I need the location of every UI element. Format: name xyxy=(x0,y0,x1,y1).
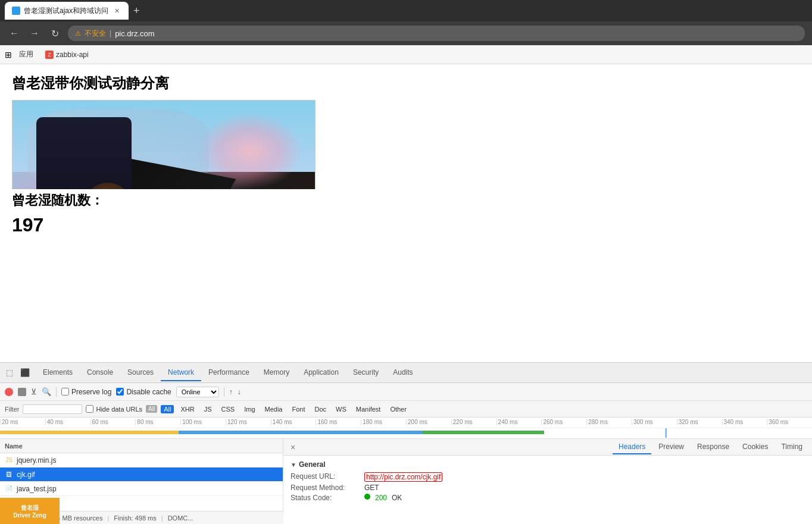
tab-title: 曾老湿测试ajax和跨域访问 xyxy=(24,6,108,16)
tick-60ms: 60 ms xyxy=(90,419,136,425)
new-tab-button[interactable]: + xyxy=(131,2,142,20)
preserve-log-label: Preserve log xyxy=(71,388,111,396)
details-tab-timing[interactable]: Timing xyxy=(775,440,808,454)
tab-application[interactable]: Application xyxy=(296,365,346,381)
filter-img[interactable]: Img xyxy=(241,405,258,413)
general-section-header[interactable]: ▼ General xyxy=(291,460,805,469)
tab-elements[interactable]: Elements xyxy=(36,365,80,381)
filter-icon[interactable]: ⊻ xyxy=(31,387,37,396)
back-button[interactable]: ← xyxy=(7,26,21,40)
file-list-header: Name xyxy=(0,439,283,453)
timeline-cursor-2 xyxy=(666,428,667,438)
record-button[interactable] xyxy=(5,388,13,396)
hide-data-urls-checkbox[interactable]: Hide data URLs xyxy=(86,405,142,413)
tab-memory[interactable]: Memory xyxy=(257,365,296,381)
refresh-button[interactable]: ↻ xyxy=(48,26,62,40)
tab-network[interactable]: Network xyxy=(161,365,201,381)
filter-xhr[interactable]: XHR xyxy=(177,405,197,413)
file-icon-java: 📄 xyxy=(5,485,13,493)
inspect-icon[interactable]: ⬚ xyxy=(4,367,15,379)
tick-320ms: 320 ms xyxy=(677,419,722,425)
timeline-bar-cjk xyxy=(179,431,422,434)
tab-bar: 🌐 曾老湿测试ajax和跨域访问 ✕ + xyxy=(5,2,807,20)
export-button[interactable]: ↓ xyxy=(238,388,241,396)
bookmark-apps[interactable]: 应用 xyxy=(14,47,38,62)
network-toolbar: ⊻ 🔍 Preserve log Disable cache Online Sl… xyxy=(0,383,812,401)
image-figure xyxy=(36,117,132,189)
general-section-label: General xyxy=(299,460,326,469)
apps-icon: ⊞ xyxy=(5,50,12,59)
request-method-value: GET xyxy=(364,484,379,492)
details-tab-headers[interactable]: Headers xyxy=(613,440,651,454)
request-url-label: Request URL: xyxy=(291,472,362,482)
bookmark-zabbix-label: zabbix-api xyxy=(56,51,89,59)
filter-css[interactable]: CSS xyxy=(218,405,238,413)
status-finish: Finish: 498 ms xyxy=(114,514,157,522)
tab-console[interactable]: Console xyxy=(80,365,120,381)
status-sep2: | xyxy=(107,514,109,522)
random-section: 曾老湿随机数： 197 xyxy=(0,189,812,239)
tick-120ms: 120 ms xyxy=(226,419,271,425)
filter-media[interactable]: Media xyxy=(262,405,286,413)
status-code-value: 200 xyxy=(375,494,387,502)
filter-other[interactable]: Other xyxy=(387,405,410,413)
security-icon: ⚠ xyxy=(75,30,81,37)
details-tab-preview[interactable]: Preview xyxy=(652,440,690,454)
details-panel: × Headers Preview Response Cookies Timin… xyxy=(283,439,812,524)
tick-260ms: 260 ms xyxy=(541,419,586,425)
devtools-panel: ⬚ ⬛ Elements Console Sources Network Per… xyxy=(0,362,812,524)
network-throttle-select[interactable]: Online Slow 3G Fast 3G Offline xyxy=(176,387,219,397)
active-tab[interactable]: 🌐 曾老湿测试ajax和跨域访问 ✕ xyxy=(5,2,129,20)
tick-80ms: 80 ms xyxy=(135,419,180,425)
status-ok-icon xyxy=(364,494,370,500)
import-button[interactable]: ↑ xyxy=(229,388,233,396)
details-close-button[interactable]: × xyxy=(287,441,299,453)
request-method-label: Request Method: xyxy=(291,484,362,492)
tick-160ms: 160 ms xyxy=(316,419,361,425)
preserve-log-input[interactable] xyxy=(61,388,69,396)
filter-doc[interactable]: Doc xyxy=(312,405,330,413)
tab-favicon: 🌐 xyxy=(12,7,20,15)
filter-manifest[interactable]: Manifest xyxy=(353,405,384,413)
bookmark-zabbix[interactable]: Z zabbix-api xyxy=(40,48,93,61)
tab-close-button[interactable]: ✕ xyxy=(112,6,121,15)
tick-100ms: 100 ms xyxy=(180,419,226,425)
details-tab-cookies[interactable]: Cookies xyxy=(736,440,774,454)
subtitle: 曾老湿随机数： xyxy=(12,192,800,209)
file-item-jquery[interactable]: JS jquery.min.js xyxy=(0,453,283,467)
details-tab-response[interactable]: Response xyxy=(691,440,735,454)
filter-input[interactable] xyxy=(23,404,82,414)
hide-data-urls-input[interactable] xyxy=(86,405,93,413)
forward-button[interactable]: → xyxy=(27,26,42,40)
filter-label-text: Filter xyxy=(5,406,19,413)
search-icon[interactable]: 🔍 xyxy=(42,387,51,396)
filter-all[interactable]: All xyxy=(161,405,174,413)
filter-font[interactable]: Font xyxy=(289,405,308,413)
url-separator: | xyxy=(110,29,111,37)
tick-40ms: 40 ms xyxy=(45,419,90,425)
tab-performance[interactable]: Performance xyxy=(201,365,257,381)
clear-button[interactable] xyxy=(18,388,26,396)
tick-20ms: 20 ms xyxy=(0,419,45,425)
disable-cache-checkbox[interactable]: Disable cache xyxy=(116,388,171,396)
device-icon[interactable]: ⬛ xyxy=(19,367,31,379)
preserve-log-checkbox[interactable]: Preserve log xyxy=(61,388,111,396)
file-item-cjk[interactable]: 🖼 cjk.gif xyxy=(0,467,283,482)
all-filter-badge: All xyxy=(146,405,157,413)
disable-cache-input[interactable] xyxy=(116,388,124,396)
page-image: 云境视频转换器 www.yunyanleyin.com xyxy=(12,100,316,189)
filter-js[interactable]: JS xyxy=(201,405,215,413)
request-url-value[interactable]: http://pic.drz.com/cjk.gif xyxy=(364,472,442,482)
file-item-java[interactable]: 📄 java_test.jsp xyxy=(0,482,283,496)
browser-titlebar: 🌐 曾老湿测试ajax和跨域访问 ✕ + xyxy=(0,0,812,21)
details-tab-bar: × Headers Preview Response Cookies Timin… xyxy=(283,439,812,456)
tab-audits[interactable]: Audits xyxy=(386,365,420,381)
request-url-row: Request URL: http://pic.drz.com/cjk.gif xyxy=(291,472,805,482)
status-code-ok: OK xyxy=(392,494,402,502)
hide-data-urls-label: Hide data URLs xyxy=(96,406,142,413)
file-name-cjk: cjk.gif xyxy=(17,470,35,479)
address-input-container[interactable]: ⚠ 不安全 | pic.drz.com xyxy=(68,26,805,41)
filter-ws[interactable]: WS xyxy=(333,405,349,413)
tab-sources[interactable]: Sources xyxy=(120,365,161,381)
tab-security[interactable]: Security xyxy=(346,365,386,381)
